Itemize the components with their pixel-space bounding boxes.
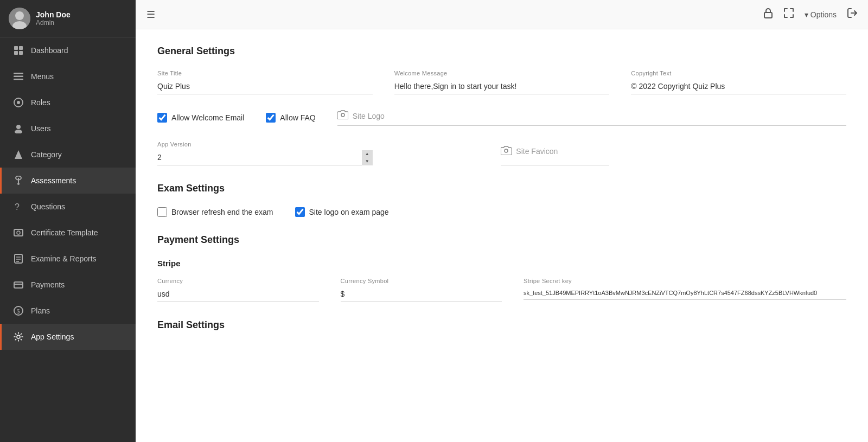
site-title-label: Site Title bbox=[157, 70, 373, 76]
browser-refresh-label: Browser refresh end the exam bbox=[171, 208, 273, 216]
general-settings-section: General Settings Site Title Welcome Mess… bbox=[157, 46, 846, 165]
app-version-input[interactable] bbox=[157, 150, 373, 165]
certificate-icon bbox=[12, 227, 24, 239]
browser-refresh-input[interactable] bbox=[157, 207, 167, 217]
site-logo-exam-input[interactable] bbox=[295, 207, 305, 217]
sidebar-item-label: Payments bbox=[31, 280, 65, 289]
svg-text:$: $ bbox=[17, 308, 20, 315]
sidebar-item-questions[interactable]: ? Questions bbox=[0, 194, 136, 220]
examine-icon bbox=[12, 253, 24, 265]
sidebar: John Doe Admin Dashboard bbox=[0, 0, 136, 442]
currency-symbol-input[interactable] bbox=[341, 286, 502, 302]
allow-welcome-email-checkbox[interactable]: Allow Welcome Email bbox=[157, 113, 244, 123]
svg-rect-3 bbox=[14, 46, 18, 50]
svg-rect-6 bbox=[19, 51, 23, 55]
options-button[interactable]: ▾ Options bbox=[805, 10, 837, 19]
spinner-up[interactable]: ▲ bbox=[362, 150, 373, 158]
sidebar-item-assessments[interactable]: Assessments bbox=[0, 168, 136, 194]
svg-point-20 bbox=[17, 231, 20, 234]
sidebar-item-users[interactable]: Users bbox=[0, 116, 136, 142]
sidebar-nav: Dashboard Menus Roles bbox=[0, 37, 136, 442]
fullscreen-icon[interactable] bbox=[784, 8, 794, 21]
stripe-secret-key-input[interactable] bbox=[524, 286, 846, 300]
spinner-down[interactable]: ▼ bbox=[362, 158, 373, 165]
welcome-message-field: Welcome Message bbox=[394, 70, 610, 94]
sidebar-item-dashboard[interactable]: Dashboard bbox=[0, 37, 136, 63]
stripe-label: Stripe bbox=[157, 259, 846, 268]
sidebar-item-plans[interactable]: $ Plans bbox=[0, 298, 136, 324]
questions-icon: ? bbox=[12, 201, 24, 213]
site-favicon-field: Site Favicon bbox=[501, 141, 609, 165]
sidebar-item-appsettings[interactable]: App Settings bbox=[0, 324, 136, 350]
svg-rect-5 bbox=[14, 51, 18, 55]
sidebar-item-examine[interactable]: Examine & Reports bbox=[0, 246, 136, 272]
sidebar-item-label: Category bbox=[31, 150, 62, 159]
currency-label: Currency bbox=[157, 278, 319, 284]
allow-welcome-email-input[interactable] bbox=[157, 113, 167, 123]
app-version-field: App Version ▲ ▼ bbox=[157, 141, 373, 165]
assessments-icon bbox=[12, 175, 24, 187]
main-area: ☰ ▾ Options bbox=[136, 0, 868, 442]
svg-point-33 bbox=[505, 149, 508, 152]
svg-marker-14 bbox=[15, 150, 22, 159]
site-logo-label: Site Logo bbox=[353, 112, 385, 120]
svg-rect-4 bbox=[19, 46, 23, 50]
sidebar-item-label: App Settings bbox=[31, 332, 74, 341]
copyright-text-label: Copyright Text bbox=[631, 70, 846, 76]
exam-settings-checkboxes: Browser refresh end the exam Site logo o… bbox=[157, 207, 846, 217]
browser-refresh-checkbox[interactable]: Browser refresh end the exam bbox=[157, 207, 273, 217]
app-version-label: App Version bbox=[157, 141, 373, 148]
allow-welcome-email-label: Allow Welcome Email bbox=[171, 113, 244, 122]
svg-rect-9 bbox=[14, 79, 23, 80]
svg-point-13 bbox=[15, 130, 22, 133]
sidebar-item-label: Assessments bbox=[31, 176, 76, 185]
allow-faq-input[interactable] bbox=[266, 113, 276, 123]
sidebar-item-menus[interactable]: Menus bbox=[0, 63, 136, 89]
gear-icon bbox=[12, 331, 24, 343]
sidebar-item-category[interactable]: Category bbox=[0, 142, 136, 168]
currency-input[interactable] bbox=[157, 286, 319, 302]
favicon-camera-icon bbox=[501, 145, 512, 158]
general-settings-row2: App Version ▲ ▼ bbox=[157, 141, 846, 165]
site-title-field: Site Title bbox=[157, 70, 373, 94]
allow-faq-label: Allow FAQ bbox=[280, 113, 315, 122]
sidebar-item-label: Users bbox=[31, 124, 51, 133]
site-favicon-label: Site Favicon bbox=[516, 147, 558, 156]
logout-icon[interactable] bbox=[847, 8, 857, 21]
sidebar-item-certificate[interactable]: Certificate Template bbox=[0, 220, 136, 246]
stripe-secret-key-field: Stripe Secret key bbox=[524, 278, 846, 302]
welcome-message-label: Welcome Message bbox=[394, 70, 610, 76]
sidebar-user: John Doe Admin bbox=[0, 0, 136, 37]
menu-icon bbox=[12, 71, 24, 82]
sidebar-item-label: Questions bbox=[31, 202, 65, 211]
topbar-right: ▾ Options bbox=[763, 8, 857, 21]
site-logo-exam-label: Site logo on exam page bbox=[309, 208, 389, 216]
hamburger-icon[interactable]: ☰ bbox=[146, 9, 155, 21]
email-settings-section: Email Settings bbox=[157, 319, 846, 331]
sidebar-item-label: Plans bbox=[31, 306, 50, 315]
empty-field bbox=[631, 141, 846, 165]
currency-symbol-field: Currency Symbol bbox=[341, 278, 502, 302]
email-settings-title: Email Settings bbox=[157, 319, 846, 331]
sidebar-user-info: John Doe Admin bbox=[36, 10, 71, 27]
general-settings-row1: Site Title Welcome Message Copyright Tex… bbox=[157, 70, 846, 94]
content-area: General Settings Site Title Welcome Mess… bbox=[136, 29, 868, 442]
spinner-buttons: ▲ ▼ bbox=[362, 150, 373, 165]
site-title-input[interactable] bbox=[157, 79, 373, 94]
svg-rect-25 bbox=[14, 282, 23, 288]
site-logo-exam-checkbox[interactable]: Site logo on exam page bbox=[295, 207, 389, 217]
sidebar-item-roles[interactable]: Roles bbox=[0, 89, 136, 116]
sidebar-item-label: Examine & Reports bbox=[31, 254, 97, 263]
allow-faq-checkbox[interactable]: Allow FAQ bbox=[266, 113, 315, 123]
topbar-left: ☰ bbox=[146, 9, 155, 21]
category-icon bbox=[12, 149, 24, 161]
svg-rect-8 bbox=[14, 76, 23, 78]
welcome-message-input[interactable] bbox=[394, 79, 610, 94]
users-icon bbox=[12, 123, 24, 134]
sidebar-item-payments[interactable]: Payments bbox=[0, 272, 136, 298]
copyright-text-input[interactable] bbox=[631, 79, 846, 94]
plans-icon: $ bbox=[12, 305, 24, 317]
lock-icon[interactable] bbox=[763, 8, 773, 21]
svg-text:?: ? bbox=[15, 202, 20, 212]
sidebar-item-label: Certificate Template bbox=[31, 228, 98, 237]
